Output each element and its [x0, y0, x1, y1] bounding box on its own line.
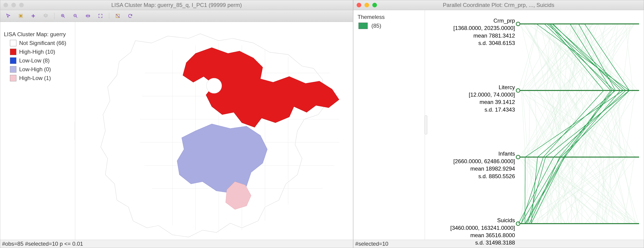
legend-item-high-high[interactable]: High-High (10) — [10, 49, 72, 55]
legend-item-low-high[interactable]: Low-High (0) — [10, 66, 72, 73]
theme-count: (85) — [372, 22, 381, 29]
window-controls — [356, 3, 377, 7]
legend-item-high-low[interactable]: High-Low (1) — [10, 75, 72, 81]
close-icon[interactable] — [356, 3, 361, 7]
window-title: Parallel Coordinate Plot: Crm_prp, ..., … — [354, 2, 644, 8]
pcp-window: Parallel Coordinate Plot: Crm_prp, ..., … — [353, 0, 644, 248]
zoom-in-icon[interactable] — [59, 12, 67, 20]
zoom-icon[interactable] — [19, 3, 24, 7]
map-canvas[interactable] — [75, 22, 353, 240]
plus-icon[interactable] — [29, 12, 37, 20]
legend-label: Low-Low (8) — [19, 57, 50, 64]
close-icon[interactable] — [4, 3, 8, 7]
arrow-icon[interactable] — [4, 12, 12, 20]
status-text: #selected=10 — [355, 241, 388, 247]
svg-point-5 — [206, 78, 222, 93]
toolbar — [0, 10, 353, 22]
titlebar[interactable]: Parallel Coordinate Plot: Crm_prp, ..., … — [354, 0, 644, 10]
zoom-out-icon[interactable] — [72, 12, 80, 20]
svg-point-13 — [516, 222, 520, 226]
lisa-map-window: LISA Cluster Map: guerry_85_q, I_PC1 (99… — [0, 0, 353, 248]
swatch-icon — [10, 40, 16, 46]
axis-sd: s.d. 31498.3188 — [475, 240, 515, 246]
svg-rect-1 — [20, 15, 22, 16]
legend-label: Not Significant (66) — [19, 40, 66, 46]
legend-pane: LISA Cluster Map: guerry Not Significant… — [0, 22, 75, 240]
extent-icon[interactable] — [96, 12, 104, 20]
toolbar-separator — [54, 13, 54, 19]
legend-item-low-low[interactable]: Low-Low (8) — [10, 57, 72, 64]
svg-point-7 — [516, 22, 520, 26]
window-controls — [4, 3, 24, 7]
layers-icon[interactable] — [42, 12, 50, 20]
legend-label: Low-High (0) — [19, 66, 51, 73]
status-bar: #obs=85 #selected=10 p <= 0.01 — [0, 240, 353, 248]
toolbar-separator — [109, 13, 109, 19]
swatch-icon — [10, 57, 16, 64]
refresh-icon[interactable] — [126, 12, 134, 20]
select-rect-icon[interactable] — [17, 12, 25, 20]
legend-title: LISA Cluster Map: guerry — [4, 31, 72, 37]
swatch-icon — [10, 75, 16, 81]
legend-label: High-Low (1) — [19, 75, 51, 81]
zoom-icon[interactable] — [372, 3, 377, 7]
selection-shape-icon[interactable] — [114, 12, 122, 20]
swatch-icon — [10, 66, 16, 73]
minimize-icon[interactable] — [11, 3, 16, 7]
theme-title: Themeless — [358, 14, 420, 20]
svg-point-11 — [516, 155, 520, 159]
swatch-icon — [10, 49, 16, 55]
theme-item[interactable]: (85) — [358, 22, 420, 29]
legend-label: High-High (10) — [19, 49, 55, 55]
svg-point-9 — [516, 89, 520, 92]
pcp-plot[interactable]: Crm_prp[1368.0000, 20235.0000]mean 7881.… — [425, 10, 644, 240]
pan-icon[interactable] — [84, 12, 92, 20]
swatch-icon — [358, 22, 368, 29]
window-title: LISA Cluster Map: guerry_85_q, I_PC1 (99… — [0, 2, 353, 8]
theme-pane: Themeless (85) — [354, 10, 425, 240]
titlebar[interactable]: LISA Cluster Map: guerry_85_q, I_PC1 (99… — [0, 0, 353, 10]
status-text: #obs=85 #selected=10 p <= 0.01 — [2, 241, 83, 247]
legend-item-not-significant[interactable]: Not Significant (66) — [10, 40, 72, 46]
minimize-icon[interactable] — [364, 3, 369, 7]
